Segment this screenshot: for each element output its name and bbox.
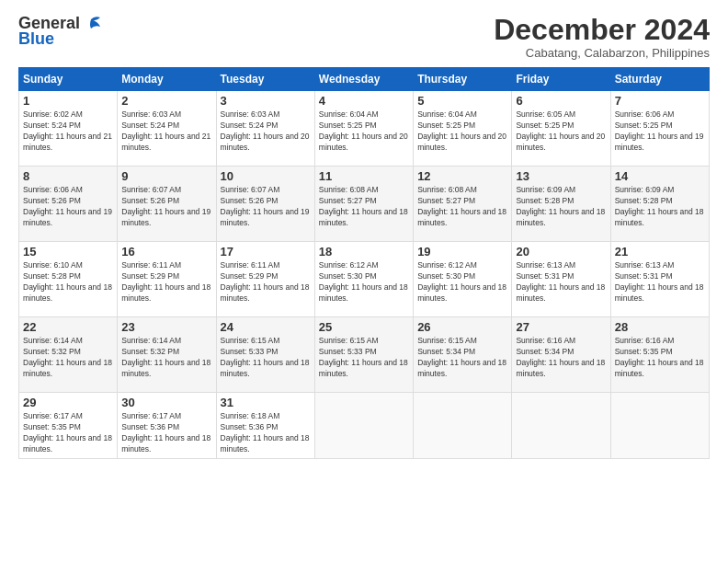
day-info: Sunrise: 6:11 AM Sunset: 5:29 PM Dayligh… <box>121 260 211 304</box>
location-subtitle: Cabatang, Calabarzon, Philippines <box>494 46 710 60</box>
table-row <box>610 393 709 459</box>
day-number: 4 <box>319 94 409 108</box>
day-info: Sunrise: 6:14 AM Sunset: 5:32 PM Dayligh… <box>121 336 211 380</box>
day-number: 6 <box>516 94 606 108</box>
day-number: 24 <box>221 320 311 334</box>
day-info: Sunrise: 6:12 AM Sunset: 5:30 PM Dayligh… <box>319 260 409 304</box>
day-info: Sunrise: 6:12 AM Sunset: 5:30 PM Dayligh… <box>417 260 507 304</box>
day-number: 12 <box>417 169 507 183</box>
table-row: 3 Sunrise: 6:03 AM Sunset: 5:24 PM Dayli… <box>216 91 314 167</box>
day-info: Sunrise: 6:11 AM Sunset: 5:29 PM Dayligh… <box>221 260 311 304</box>
title-area: December 2024 Cabatang, Calabarzon, Phil… <box>494 14 710 60</box>
calendar-header-row: Sunday Monday Tuesday Wednesday Thursday… <box>19 68 710 91</box>
day-info: Sunrise: 6:10 AM Sunset: 5:28 PM Dayligh… <box>23 260 113 304</box>
day-number: 17 <box>221 245 311 259</box>
table-row: 27 Sunrise: 6:16 AM Sunset: 5:34 PM Dayl… <box>512 317 610 393</box>
day-info: Sunrise: 6:15 AM Sunset: 5:34 PM Dayligh… <box>417 336 507 380</box>
day-number: 29 <box>23 396 113 409</box>
table-row: 1 Sunrise: 6:02 AM Sunset: 5:24 PM Dayli… <box>19 91 118 167</box>
day-info: Sunrise: 6:06 AM Sunset: 5:26 PM Dayligh… <box>23 185 113 229</box>
day-number: 30 <box>121 396 211 409</box>
table-row: 2 Sunrise: 6:03 AM Sunset: 5:24 PM Dayli… <box>118 91 216 167</box>
table-row <box>512 393 610 459</box>
day-number: 11 <box>319 169 409 183</box>
col-saturday: Saturday <box>610 68 709 91</box>
table-row: 26 Sunrise: 6:15 AM Sunset: 5:34 PM Dayl… <box>414 317 512 393</box>
table-row: 24 Sunrise: 6:15 AM Sunset: 5:33 PM Dayl… <box>216 317 314 393</box>
day-number: 27 <box>516 320 606 334</box>
day-number: 19 <box>417 245 507 259</box>
col-thursday: Thursday <box>414 68 512 91</box>
day-info: Sunrise: 6:16 AM Sunset: 5:34 PM Dayligh… <box>516 336 606 380</box>
table-row: 9 Sunrise: 6:07 AM Sunset: 5:26 PM Dayli… <box>118 167 216 242</box>
table-row: 22 Sunrise: 6:14 AM Sunset: 5:32 PM Dayl… <box>19 317 118 393</box>
table-row: 31 Sunrise: 6:18 AM Sunset: 5:36 PM Dayl… <box>216 393 314 459</box>
table-row: 28 Sunrise: 6:16 AM Sunset: 5:35 PM Dayl… <box>610 317 709 393</box>
day-info: Sunrise: 6:09 AM Sunset: 5:28 PM Dayligh… <box>516 185 606 229</box>
day-info: Sunrise: 6:09 AM Sunset: 5:28 PM Dayligh… <box>615 185 705 229</box>
table-row: 30 Sunrise: 6:17 AM Sunset: 5:36 PM Dayl… <box>118 393 216 459</box>
table-row: 6 Sunrise: 6:05 AM Sunset: 5:25 PM Dayli… <box>512 91 610 167</box>
logo-bird-icon <box>82 16 102 32</box>
day-number: 9 <box>121 169 211 183</box>
day-info: Sunrise: 6:07 AM Sunset: 5:26 PM Dayligh… <box>221 185 311 229</box>
day-number: 7 <box>615 94 705 108</box>
page: General Blue December 2024 Cabatang, Cal… <box>0 0 728 563</box>
col-friday: Friday <box>512 68 610 91</box>
day-info: Sunrise: 6:03 AM Sunset: 5:24 PM Dayligh… <box>221 109 311 154</box>
logo: General Blue <box>18 14 102 49</box>
day-number: 8 <box>23 169 113 183</box>
month-title: December 2024 <box>494 14 710 46</box>
day-number: 15 <box>23 245 113 259</box>
day-number: 23 <box>121 320 211 334</box>
day-info: Sunrise: 6:03 AM Sunset: 5:24 PM Dayligh… <box>121 109 211 154</box>
table-row: 21 Sunrise: 6:13 AM Sunset: 5:31 PM Dayl… <box>610 242 709 317</box>
table-row: 8 Sunrise: 6:06 AM Sunset: 5:26 PM Dayli… <box>19 167 118 242</box>
table-row: 13 Sunrise: 6:09 AM Sunset: 5:28 PM Dayl… <box>512 167 610 242</box>
day-info: Sunrise: 6:16 AM Sunset: 5:35 PM Dayligh… <box>615 336 705 380</box>
day-number: 18 <box>319 245 409 259</box>
table-row: 11 Sunrise: 6:08 AM Sunset: 5:27 PM Dayl… <box>314 167 413 242</box>
day-number: 31 <box>221 396 311 409</box>
table-row <box>414 393 512 459</box>
day-number: 28 <box>615 320 705 334</box>
table-row: 19 Sunrise: 6:12 AM Sunset: 5:30 PM Dayl… <box>414 242 512 317</box>
col-tuesday: Tuesday <box>216 68 314 91</box>
table-row: 16 Sunrise: 6:11 AM Sunset: 5:29 PM Dayl… <box>118 242 216 317</box>
day-number: 14 <box>615 169 705 183</box>
day-info: Sunrise: 6:18 AM Sunset: 5:36 PM Dayligh… <box>221 411 311 455</box>
table-row: 14 Sunrise: 6:09 AM Sunset: 5:28 PM Dayl… <box>610 167 709 242</box>
table-row: 15 Sunrise: 6:10 AM Sunset: 5:28 PM Dayl… <box>19 242 118 317</box>
day-info: Sunrise: 6:04 AM Sunset: 5:25 PM Dayligh… <box>417 109 507 154</box>
day-info: Sunrise: 6:08 AM Sunset: 5:27 PM Dayligh… <box>417 185 507 229</box>
table-row: 12 Sunrise: 6:08 AM Sunset: 5:27 PM Dayl… <box>414 167 512 242</box>
table-row: 4 Sunrise: 6:04 AM Sunset: 5:25 PM Dayli… <box>314 91 413 167</box>
table-row: 23 Sunrise: 6:14 AM Sunset: 5:32 PM Dayl… <box>118 317 216 393</box>
day-number: 26 <box>417 320 507 334</box>
day-info: Sunrise: 6:06 AM Sunset: 5:25 PM Dayligh… <box>615 109 705 154</box>
table-row: 29 Sunrise: 6:17 AM Sunset: 5:35 PM Dayl… <box>19 393 118 459</box>
day-info: Sunrise: 6:14 AM Sunset: 5:32 PM Dayligh… <box>23 336 113 380</box>
day-info: Sunrise: 6:05 AM Sunset: 5:25 PM Dayligh… <box>516 109 606 154</box>
day-info: Sunrise: 6:04 AM Sunset: 5:25 PM Dayligh… <box>319 109 409 154</box>
table-row <box>314 393 413 459</box>
day-number: 25 <box>319 320 409 334</box>
day-info: Sunrise: 6:15 AM Sunset: 5:33 PM Dayligh… <box>221 336 311 380</box>
table-row: 7 Sunrise: 6:06 AM Sunset: 5:25 PM Dayli… <box>610 91 709 167</box>
col-sunday: Sunday <box>19 68 118 91</box>
table-row: 20 Sunrise: 6:13 AM Sunset: 5:31 PM Dayl… <box>512 242 610 317</box>
table-row: 18 Sunrise: 6:12 AM Sunset: 5:30 PM Dayl… <box>314 242 413 317</box>
day-info: Sunrise: 6:17 AM Sunset: 5:35 PM Dayligh… <box>23 411 113 455</box>
day-info: Sunrise: 6:02 AM Sunset: 5:24 PM Dayligh… <box>23 109 113 154</box>
day-number: 16 <box>121 245 211 259</box>
day-number: 13 <box>516 169 606 183</box>
header: General Blue December 2024 Cabatang, Cal… <box>18 14 710 60</box>
day-number: 2 <box>121 94 211 108</box>
logo-blue: Blue <box>18 29 54 49</box>
col-wednesday: Wednesday <box>314 68 413 91</box>
table-row: 10 Sunrise: 6:07 AM Sunset: 5:26 PM Dayl… <box>216 167 314 242</box>
table-row: 17 Sunrise: 6:11 AM Sunset: 5:29 PM Dayl… <box>216 242 314 317</box>
calendar-table: Sunday Monday Tuesday Wednesday Thursday… <box>18 67 710 459</box>
day-info: Sunrise: 6:13 AM Sunset: 5:31 PM Dayligh… <box>516 260 606 304</box>
day-number: 1 <box>23 94 113 108</box>
